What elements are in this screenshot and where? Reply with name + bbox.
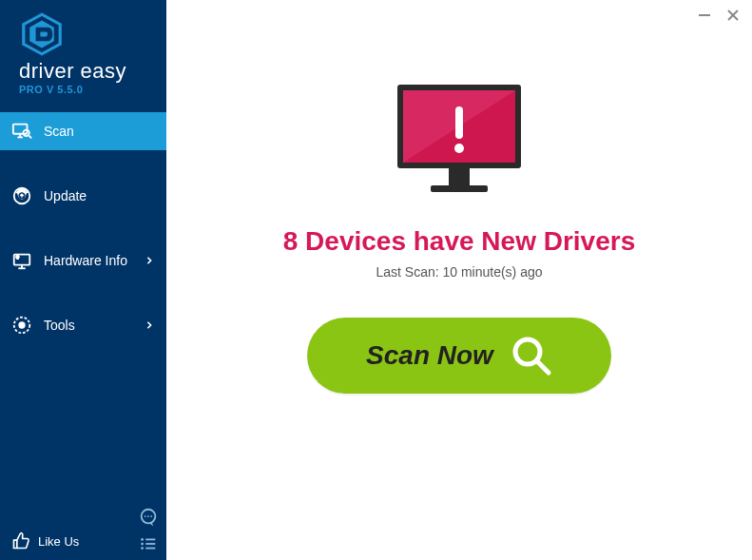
status-headline: 8 Devices have New Drivers	[283, 226, 635, 257]
sidebar-item-label: Scan	[44, 124, 153, 139]
logo-area: driver easy PRO V 5.5.0	[0, 0, 166, 105]
svg-point-17	[145, 515, 146, 517]
sidebar-item-hardware-info[interactable]: i Hardware Info	[0, 241, 166, 280]
scan-now-label: Scan Now	[366, 340, 493, 371]
close-button[interactable]	[725, 8, 741, 23]
sidebar-item-update[interactable]: Update	[0, 177, 166, 215]
chevron-right-icon	[145, 321, 153, 329]
minimize-button[interactable]	[697, 8, 712, 23]
svg-rect-34	[449, 168, 470, 187]
svg-point-15	[18, 321, 25, 328]
magnifier-icon	[511, 335, 552, 377]
gear-icon	[11, 185, 32, 206]
sidebar-item-label: Tools	[44, 318, 145, 333]
sidebar-nav: Scan Update i Hardwa	[0, 112, 166, 371]
brand-name: driver easy	[19, 59, 166, 84]
like-us-label: Like Us	[38, 534, 79, 549]
window-controls	[697, 8, 741, 23]
alert-monitor-illustration	[388, 80, 530, 207]
sidebar-item-scan[interactable]: Scan	[0, 112, 166, 150]
chevron-right-icon	[145, 257, 153, 264]
sidebar: driver easy PRO V 5.5.0 Scan	[0, 0, 166, 560]
svg-rect-2	[13, 125, 28, 134]
last-scan-text: Last Scan: 10 minute(s) ago	[376, 264, 542, 280]
like-us-button[interactable]: Like Us	[11, 531, 79, 550]
sidebar-item-label: Update	[44, 188, 153, 203]
svg-line-37	[537, 361, 549, 373]
brand-logo-icon	[19, 11, 65, 57]
main-content: 8 Devices have New Drivers Last Scan: 10…	[166, 0, 752, 560]
sidebar-item-label: Hardware Info	[44, 253, 145, 268]
sidebar-footer: Like Us	[0, 522, 166, 560]
svg-point-18	[147, 515, 149, 517]
hardware-info-icon: i	[11, 250, 32, 271]
brand-version: PRO V 5.5.0	[19, 84, 166, 95]
svg-point-32	[454, 144, 464, 153]
sidebar-item-tools[interactable]: Tools	[0, 306, 166, 344]
monitor-search-icon	[11, 121, 32, 142]
svg-rect-35	[431, 185, 488, 192]
svg-point-19	[150, 515, 152, 517]
scan-now-button[interactable]: Scan Now	[307, 318, 611, 394]
svg-rect-33	[455, 106, 463, 139]
svg-text:i: i	[17, 256, 18, 260]
thumbs-up-icon	[11, 531, 30, 550]
svg-line-6	[29, 136, 31, 139]
tools-icon	[11, 315, 32, 336]
